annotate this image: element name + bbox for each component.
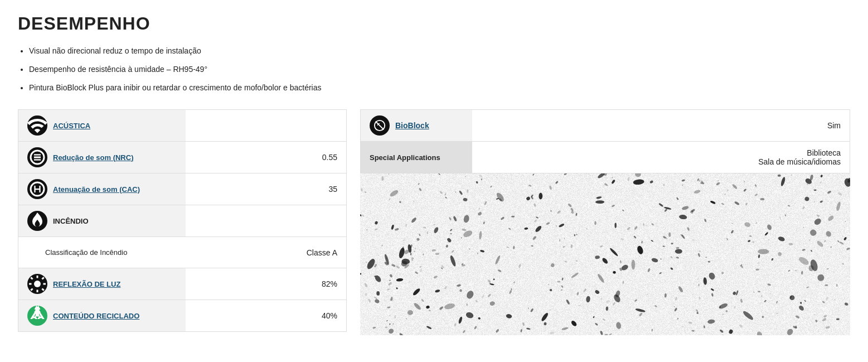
table-row-class-incendio: Classificação de Incêndio Classe A xyxy=(18,237,346,268)
special-applications-value-line2: Sala de música/idiomas xyxy=(758,157,841,166)
cac-icon xyxy=(27,179,47,199)
cac-label[interactable]: Atenuação de som (CAC) xyxy=(53,185,140,194)
reflexao-value: 82% xyxy=(186,268,346,300)
bullet-item-3: Pintura BioBlock Plus para inibir ou ret… xyxy=(29,82,850,94)
incendio-value xyxy=(186,205,346,236)
nrc-label-cell: Redução de som (NRC) xyxy=(18,142,186,173)
table-row-nrc: Redução de som (NRC) 0.55 xyxy=(18,142,346,173)
texture-image xyxy=(360,173,850,335)
bullet-list: Visual não direcional reduz o tempo de i… xyxy=(18,45,850,94)
incendio-label-cell: INCÊNDIO xyxy=(18,205,186,236)
table-row-reciclado: CONTEÚDO RECICLADO 40% xyxy=(18,300,346,331)
reflexao-label-cell: REFLEXÃO DE LUZ xyxy=(18,268,186,300)
special-applications-value-line1: Biblioteca xyxy=(807,148,841,157)
cac-value: 35 xyxy=(186,173,346,205)
special-applications-value: Biblioteca Sala de música/idiomas xyxy=(472,142,850,173)
acoustica-label-cell: ACÚSTICA xyxy=(18,110,186,141)
page-title: DESEMPENHO xyxy=(18,13,850,34)
reflexao-label[interactable]: REFLEXÃO DE LUZ xyxy=(53,280,120,288)
nrc-value: 0.55 xyxy=(186,142,346,173)
fire-icon xyxy=(27,211,47,231)
table-row-acoustica: ACÚSTICA xyxy=(18,110,346,142)
svg-line-15 xyxy=(376,122,384,130)
class-incendio-label: Classificação de Incêndio xyxy=(45,248,127,257)
svg-line-10 xyxy=(31,277,32,279)
left-performance-table: ACÚSTICA Redução de som (NRC) 0.55 xyxy=(18,109,347,332)
right-row-bioblock: BioBlock Sim xyxy=(361,110,850,142)
special-applications-label: Special Applications xyxy=(370,153,440,162)
right-section: BioBlock Sim Special Applications Biblio… xyxy=(360,109,850,335)
class-incendio-value: Classe A xyxy=(186,237,346,268)
acoustica-label[interactable]: ACÚSTICA xyxy=(53,122,90,130)
bullet-item-1: Visual não direcional reduz o tempo de i… xyxy=(29,45,850,57)
reciclado-label-cell: CONTEÚDO RECICLADO xyxy=(18,300,186,331)
table-row-cac: Atenuação de som (CAC) 35 xyxy=(18,173,346,205)
nrc-icon xyxy=(27,147,47,167)
svg-line-13 xyxy=(31,288,32,290)
main-layout: ACÚSTICA Redução de som (NRC) 0.55 xyxy=(18,109,850,335)
table-row-incendio: INCÊNDIO xyxy=(18,205,346,237)
recycle-icon xyxy=(27,306,47,326)
wifi-icon xyxy=(27,115,47,136)
right-performance-table: BioBlock Sim Special Applications Biblio… xyxy=(360,109,850,173)
svg-point-5 xyxy=(34,281,41,287)
bio-icon xyxy=(370,115,390,136)
bullet-item-2: Desempenho de resistência à umidade – RH… xyxy=(29,64,850,75)
light-icon xyxy=(27,274,47,294)
table-row-reflexao: REFLEXÃO DE LUZ 82% xyxy=(18,268,346,300)
bioblock-label-cell: BioBlock xyxy=(361,110,472,141)
nrc-label[interactable]: Redução de som (NRC) xyxy=(53,153,133,162)
svg-line-11 xyxy=(42,288,43,290)
cac-label-cell: Atenuação de som (CAC) xyxy=(18,173,186,205)
svg-line-12 xyxy=(42,277,43,279)
bioblock-link[interactable]: BioBlock xyxy=(395,121,429,130)
reciclado-label[interactable]: CONTEÚDO RECICLADO xyxy=(53,312,139,320)
acoustica-value xyxy=(186,110,346,141)
special-applications-label-cell: Special Applications xyxy=(361,142,472,173)
bioblock-value: Sim xyxy=(472,110,850,141)
incendio-label: INCÊNDIO xyxy=(53,217,89,225)
class-incendio-label-cell: Classificação de Incêndio xyxy=(18,237,186,268)
reciclado-value: 40% xyxy=(186,300,346,331)
right-row-special-applications: Special Applications Biblioteca Sala de … xyxy=(361,142,850,173)
